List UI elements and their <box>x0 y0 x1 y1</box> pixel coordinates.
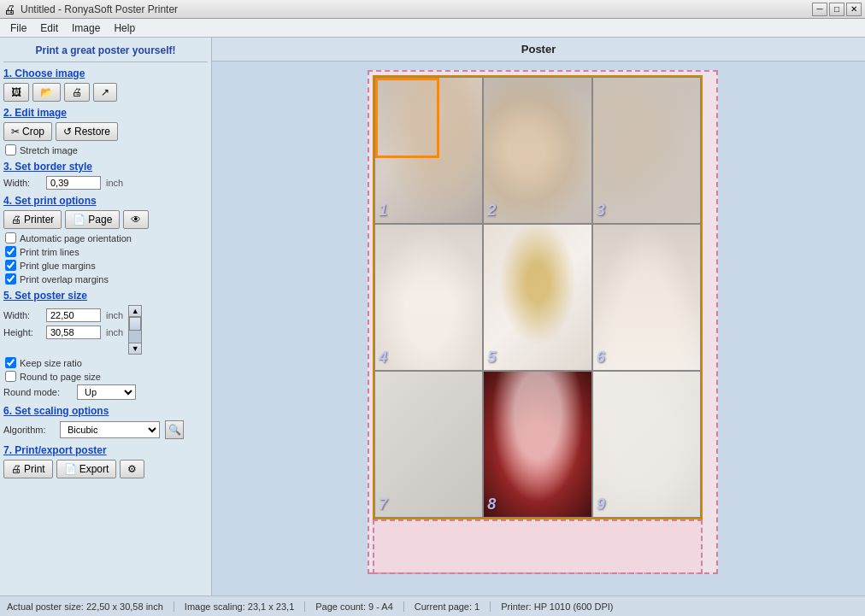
restore-button[interactable]: ↺ Restore <box>56 122 118 141</box>
left-panel: Print a great poster yourself! 1. Choose… <box>0 38 212 595</box>
print-option-buttons: 🖨 Printer 📄 Page 👁 <box>3 210 208 229</box>
export-settings-button[interactable]: ⚙ <box>120 460 144 478</box>
section-print-export: 7. Print/export poster <box>3 444 208 456</box>
auto-orient-label: Automatic page orientation <box>20 233 132 243</box>
overlap-margins-label: Print overlap margins <box>20 274 109 285</box>
round-page-label: Round to page size <box>20 372 101 382</box>
export-image-button[interactable]: ↗ <box>93 83 117 102</box>
poster-height-label: Height: <box>3 327 41 337</box>
poster-width-unit: inch <box>106 310 123 320</box>
magnify-button[interactable]: 🔍 <box>165 420 184 439</box>
poster-height-row: Height: inch <box>3 326 123 339</box>
section-print-options: 4. Set print options <box>3 195 208 207</box>
grid-cell-1: 1 <box>374 77 483 224</box>
poster-height-unit: inch <box>106 327 123 337</box>
keep-ratio-checkbox[interactable] <box>5 357 16 368</box>
algorithm-label: Algorithm: <box>3 425 55 435</box>
cell-number-2: 2 <box>487 202 496 220</box>
stretch-image-label: Stretch image <box>20 145 78 155</box>
poster-container: 1 2 3 4 <box>368 70 709 557</box>
choose-image-buttons: 🖼 📂 🖨 ↗ <box>3 83 208 102</box>
print-button[interactable]: 🖨 Print <box>3 460 53 478</box>
trim-lines-label: Print trim lines <box>20 247 79 257</box>
menubar: File Edit Image Help <box>0 19 865 38</box>
poster-area: 1 2 3 4 <box>212 62 865 595</box>
restore-icon: ↺ <box>63 126 72 138</box>
menu-image[interactable]: Image <box>65 21 107 36</box>
scroll-down-button[interactable]: ▼ <box>128 343 142 355</box>
magnify-icon: 🔍 <box>168 424 181 436</box>
round-mode-row: Round mode: Up Down Nearest <box>3 384 208 400</box>
open-file-button[interactable]: 🖼 <box>3 83 29 102</box>
grid-cell-5: 5 <box>483 224 591 371</box>
algorithm-row: Algorithm: Bicubic Bilinear Nearest Neig… <box>3 420 208 439</box>
app-icon: 🖨 <box>3 3 15 16</box>
open-folder-icon: 📂 <box>40 86 53 98</box>
cell-number-6: 6 <box>597 349 605 367</box>
cell-number-7: 7 <box>379 496 387 513</box>
window-title: Untitled - RonyaSoft Poster Printer <box>21 3 812 15</box>
scroll-thumb[interactable] <box>129 317 141 331</box>
poster-height-input[interactable] <box>46 326 101 339</box>
open-folder-button[interactable]: 📂 <box>32 83 61 102</box>
border-width-input[interactable] <box>46 176 101 190</box>
overlap-margins-row: Print overlap margins <box>3 273 208 285</box>
settings-icon: ⚙ <box>127 463 137 475</box>
export-button[interactable]: 📄 Export <box>56 460 117 478</box>
status-current-page: Current page: 1 <box>415 601 491 612</box>
menu-help[interactable]: Help <box>107 21 142 36</box>
printer-button[interactable]: 🖨 Printer <box>3 210 62 229</box>
border-width-row: Width: inch <box>3 176 208 190</box>
grid-cell-8: 8 <box>483 371 591 518</box>
panel-header: Print a great poster yourself! <box>3 41 208 62</box>
grid-cell-2: 2 <box>483 77 591 224</box>
overflow-area <box>373 519 703 574</box>
page-button[interactable]: 📄 Page <box>65 210 120 229</box>
scroll-track <box>128 317 142 343</box>
poster-inner: 1 2 3 4 <box>373 75 703 519</box>
titlebar: 🖨 Untitled - RonyaSoft Poster Printer ─ … <box>0 0 865 19</box>
glue-margins-label: Print glue margins <box>20 261 96 271</box>
stretch-image-checkbox[interactable] <box>5 144 16 155</box>
grid-cell-6: 6 <box>592 224 701 371</box>
scroll-up-button[interactable]: ▲ <box>128 305 142 317</box>
photo-grid: 1 2 3 4 <box>374 77 701 518</box>
close-button[interactable]: ✕ <box>846 3 862 16</box>
crop-button[interactable]: ✂ Crop <box>3 122 52 141</box>
keep-ratio-label: Keep size ratio <box>20 358 82 368</box>
auto-orient-checkbox[interactable] <box>5 232 16 243</box>
algorithm-select[interactable]: Bicubic Bilinear Nearest Neighbor <box>60 421 160 438</box>
trim-lines-checkbox[interactable] <box>5 246 16 257</box>
statusbar: Actual poster size: 22,50 x 30,58 inch I… <box>0 595 865 616</box>
status-printer: Printer: HP 1010 (600 DPI) <box>501 601 623 612</box>
grid-cell-7: 7 <box>374 371 483 518</box>
cell-number-1: 1 <box>379 202 387 220</box>
minimize-button[interactable]: ─ <box>812 3 827 16</box>
section-edit-image: 2. Edit image <box>3 107 208 119</box>
restore-button[interactable]: □ <box>829 3 844 16</box>
menu-file[interactable]: File <box>3 21 33 36</box>
cell-number-5: 5 <box>487 349 496 367</box>
round-mode-select[interactable]: Up Down Nearest <box>77 384 136 400</box>
overlap-margins-checkbox[interactable] <box>5 273 16 285</box>
status-image-scaling: Image scaling: 23,1 x 23,1 <box>185 601 305 612</box>
crop-icon: ✂ <box>11 126 20 138</box>
menu-edit[interactable]: Edit <box>33 21 65 36</box>
scanner-button[interactable]: 🖨 <box>64 83 90 102</box>
preview-button[interactable]: 👁 <box>123 210 149 229</box>
status-page-count: Page count: 9 - A4 <box>315 601 404 612</box>
poster-width-input[interactable] <box>46 308 101 322</box>
section-poster-size: 5. Set poster size <box>3 290 208 302</box>
trim-lines-row: Print trim lines <box>3 246 208 257</box>
glue-margins-checkbox[interactable] <box>5 260 16 271</box>
glue-margins-row: Print glue margins <box>3 260 208 271</box>
edit-image-buttons: ✂ Crop ↺ Restore <box>3 122 208 141</box>
border-width-label: Width: <box>3 178 41 188</box>
poster-width-row: Width: inch <box>3 308 123 322</box>
poster-header: Poster <box>212 38 865 62</box>
round-page-checkbox[interactable] <box>5 371 16 382</box>
status-actual-size: Actual poster size: 22,50 x 30,58 inch <box>7 601 174 612</box>
page-icon: 📄 <box>73 214 85 226</box>
section-choose-image: 1. Choose image <box>3 67 208 79</box>
keep-ratio-row: Keep size ratio <box>3 357 208 368</box>
